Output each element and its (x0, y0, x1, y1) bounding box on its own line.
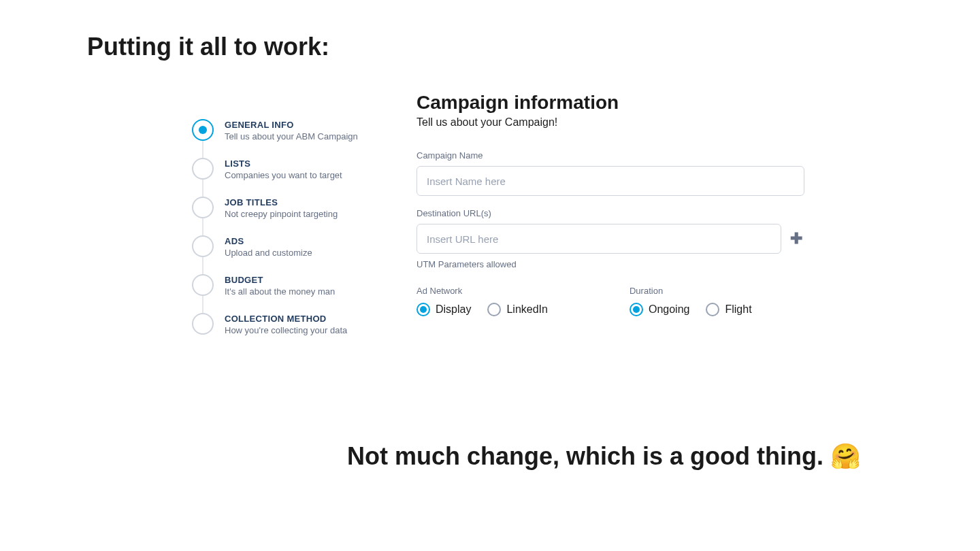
plus-icon: ✚ (790, 230, 802, 248)
radio-display[interactable]: Display (416, 303, 471, 316)
stepper: GENERAL INFO Tell us about your ABM Camp… (192, 119, 369, 335)
content-wrap: GENERAL INFO Tell us about your ABM Camp… (192, 119, 804, 335)
step-circle-icon (192, 197, 214, 218)
destination-url-input[interactable] (416, 224, 781, 254)
form-panel: Campaign information Tell us about your … (416, 119, 804, 335)
radio-label: Display (436, 303, 471, 316)
step-text: COLLECTION METHOD How you're collecting … (225, 313, 347, 335)
step-text: BUDGET It's all about the money man (225, 274, 335, 297)
footer-text: Not much change, which is a good thing. … (347, 442, 861, 471)
page-title: Putting it all to work: (87, 33, 329, 61)
radio-icon (487, 303, 501, 316)
ad-network-label: Ad Network (416, 286, 548, 296)
step-collection-method[interactable]: COLLECTION METHOD How you're collecting … (192, 313, 369, 335)
step-circle-icon (192, 158, 214, 180)
step-title: JOB TITLES (225, 197, 338, 207)
step-text: ADS Upload and customize (225, 235, 312, 258)
campaign-name-label: Campaign Name (416, 150, 804, 161)
url-row: ✚ (416, 224, 804, 254)
destination-url-group: Destination URL(s) ✚ UTM Parameters allo… (416, 208, 804, 269)
campaign-name-input[interactable] (416, 166, 804, 196)
step-text: GENERAL INFO Tell us about your ABM Camp… (225, 119, 358, 141)
step-text: JOB TITLES Not creepy pinpoint targeting (225, 197, 338, 219)
radio-icon (630, 303, 643, 316)
step-title: ADS (225, 236, 312, 246)
radio-label: Ongoing (649, 303, 690, 316)
step-title: COLLECTION METHOD (225, 314, 347, 324)
step-title: BUDGET (225, 275, 335, 285)
radio-linkedin[interactable]: LinkedIn (487, 303, 548, 316)
campaign-name-group: Campaign Name (416, 150, 804, 196)
form-heading: Campaign information (416, 92, 804, 114)
duration-label: Duration (630, 286, 752, 296)
step-desc: How you're collecting your data (225, 325, 347, 335)
step-circle-icon (192, 119, 214, 141)
ad-network-group: Ad Network Display LinkedIn (416, 286, 548, 316)
step-desc: Not creepy pinpoint targeting (225, 209, 338, 219)
radio-section: Ad Network Display LinkedIn Duration (416, 286, 804, 316)
step-budget[interactable]: BUDGET It's all about the money man (192, 274, 369, 297)
ad-network-options: Display LinkedIn (416, 303, 548, 316)
add-url-button[interactable]: ✚ (788, 231, 804, 247)
step-desc: Companies you want to target (225, 170, 342, 180)
duration-group: Duration Ongoing Flight (630, 286, 752, 316)
destination-url-label: Destination URL(s) (416, 208, 804, 218)
radio-icon (706, 303, 719, 316)
step-text: LISTS Companies you want to target (225, 158, 342, 180)
step-title: LISTS (225, 158, 342, 169)
step-circle-icon (192, 235, 214, 257)
step-lists[interactable]: LISTS Companies you want to target (192, 158, 369, 180)
step-circle-icon (192, 274, 214, 296)
step-general-info[interactable]: GENERAL INFO Tell us about your ABM Camp… (192, 119, 369, 141)
radio-flight[interactable]: Flight (706, 303, 751, 316)
step-ads[interactable]: ADS Upload and customize (192, 235, 369, 258)
step-circle-icon (192, 313, 214, 335)
radio-icon (416, 303, 430, 316)
radio-label: LinkedIn (506, 303, 548, 316)
step-desc: It's all about the money man (225, 286, 335, 297)
radio-label: Flight (725, 303, 751, 316)
radio-ongoing[interactable]: Ongoing (630, 303, 690, 316)
step-desc: Tell us about your ABM Campaign (225, 131, 358, 141)
duration-options: Ongoing Flight (630, 303, 752, 316)
step-title: GENERAL INFO (225, 120, 358, 130)
step-job-titles[interactable]: JOB TITLES Not creepy pinpoint targeting (192, 197, 369, 219)
step-desc: Upload and customize (225, 248, 312, 258)
form-subheading: Tell us about your Campaign! (416, 116, 804, 129)
url-helper-text: UTM Parameters allowed (416, 259, 804, 269)
